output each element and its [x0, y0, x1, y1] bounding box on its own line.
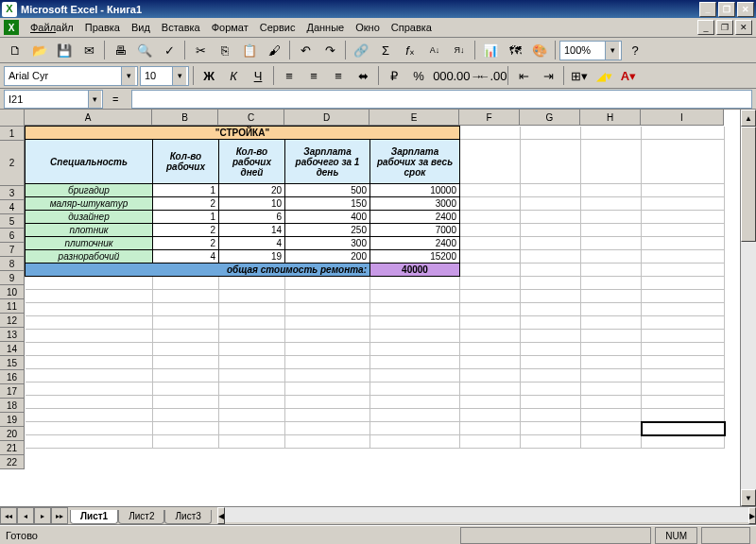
cell-I15[interactable] [642, 343, 725, 356]
column-header-D[interactable]: D [284, 110, 369, 126]
cell-G2[interactable] [521, 140, 581, 184]
font-name-combo[interactable]: Arial Cyr [4, 66, 138, 86]
cell-H22[interactable] [581, 435, 642, 449]
row-header-20[interactable]: 20 [0, 427, 25, 441]
cell-E7[interactable]: 2400 [370, 237, 460, 250]
cell-C21[interactable] [219, 422, 285, 435]
cell-C10[interactable] [219, 277, 285, 290]
mdi-close[interactable]: ✕ [735, 20, 752, 35]
cell-H10[interactable] [581, 277, 642, 290]
cell-C15[interactable] [219, 343, 285, 356]
align-right-button[interactable]: ≡ [327, 64, 350, 87]
tab-last-button[interactable]: ▸▸ [51, 507, 68, 524]
row-header-9[interactable]: 9 [0, 271, 25, 285]
scroll-down-icon[interactable]: ▼ [741, 489, 756, 506]
save-button[interactable]: 💾 [53, 39, 76, 61]
cell-G6[interactable] [521, 224, 581, 237]
cell-B11[interactable] [153, 290, 219, 303]
cell-D10[interactable] [285, 277, 370, 290]
cell-H6[interactable] [581, 224, 642, 237]
cell-A21[interactable] [26, 422, 153, 435]
cell-E17[interactable] [370, 369, 460, 382]
cell-C12[interactable] [219, 303, 285, 316]
font-size-combo[interactable]: 10 [140, 66, 189, 86]
row-header-1[interactable]: 1 [0, 127, 25, 141]
row-header-2[interactable]: 2 [0, 141, 25, 186]
borders-button[interactable]: ⊞▾ [568, 64, 591, 87]
cell-I18[interactable] [642, 382, 725, 396]
cell-F7[interactable] [460, 237, 521, 250]
cell-G10[interactable] [521, 277, 581, 290]
autosum-button[interactable]: Σ [374, 39, 397, 61]
tab-next-button[interactable]: ▸ [34, 507, 51, 524]
cell-F13[interactable] [460, 316, 521, 330]
minimize-button[interactable]: _ [699, 2, 716, 17]
cell-C3[interactable]: 20 [219, 184, 285, 197]
cell-H13[interactable] [581, 316, 642, 330]
copy-button[interactable]: ⎘ [214, 39, 236, 61]
column-header-G[interactable]: G [520, 110, 580, 126]
cell-H14[interactable] [581, 330, 642, 343]
align-left-button[interactable]: ≡ [278, 64, 301, 87]
cell-G21[interactable] [521, 422, 581, 435]
cell-A15[interactable] [26, 343, 153, 356]
menu-view[interactable]: Вид [131, 22, 150, 33]
preview-button[interactable]: 🔍 [133, 39, 156, 61]
cell-I5[interactable] [642, 211, 725, 224]
cell-C6[interactable]: 14 [219, 224, 285, 237]
column-header-C[interactable]: C [218, 110, 284, 126]
sheet-tab-Лист2[interactable]: Лист2 [118, 510, 164, 524]
row-header-3[interactable]: 3 [0, 186, 25, 200]
cell-F21[interactable] [460, 422, 521, 435]
cell-B4[interactable]: 2 [153, 197, 219, 211]
cell-A2[interactable]: Специальность [26, 140, 153, 184]
cell-I10[interactable] [642, 277, 725, 290]
cell-B12[interactable] [153, 303, 219, 316]
cell-E14[interactable] [370, 330, 460, 343]
bold-button[interactable]: Ж [198, 64, 220, 87]
cell-D16[interactable] [285, 356, 370, 369]
cell-B21[interactable] [153, 422, 219, 435]
cell-A8[interactable]: разнорабочий [26, 250, 153, 264]
inc-indent-button[interactable]: ⇥ [537, 64, 559, 87]
cell-D3[interactable]: 500 [285, 184, 370, 197]
cell-A4[interactable]: маляр-штукатур [26, 197, 153, 211]
cell-E3[interactable]: 10000 [370, 184, 460, 197]
cell-A16[interactable] [26, 356, 153, 369]
cell-D20[interactable] [285, 409, 370, 422]
scroll-up-icon[interactable]: ▲ [741, 110, 756, 127]
cell-F6[interactable] [460, 224, 521, 237]
cell-H20[interactable] [581, 409, 642, 422]
cell-H8[interactable] [581, 250, 642, 264]
cell-B7[interactable]: 2 [153, 237, 219, 250]
cell-F1[interactable] [460, 127, 521, 140]
cell-D13[interactable] [285, 316, 370, 330]
cell-B22[interactable] [153, 435, 219, 449]
cell-E6[interactable]: 7000 [370, 224, 460, 237]
cell-F22[interactable] [460, 435, 521, 449]
cell-E22[interactable] [370, 435, 460, 449]
cell-C8[interactable]: 19 [219, 250, 285, 264]
drawing-button[interactable]: 🎨 [528, 39, 551, 61]
column-header-F[interactable]: F [459, 110, 520, 126]
cell-D2[interactable]: Зарплата рабочего за 1 день [285, 140, 370, 184]
cell-A9[interactable]: общая стоимость ремонта: [26, 264, 370, 277]
cell-G9[interactable] [521, 264, 581, 277]
cell-A3[interactable]: бригадир [26, 184, 153, 197]
cell-C18[interactable] [219, 382, 285, 396]
sort-desc-button[interactable]: Я↓ [448, 39, 471, 61]
cell-D12[interactable] [285, 303, 370, 316]
cell-B19[interactable] [153, 396, 219, 409]
cell-H12[interactable] [581, 303, 642, 316]
cell-I9[interactable] [642, 264, 725, 277]
formula-input[interactable] [131, 90, 752, 109]
cell-H11[interactable] [581, 290, 642, 303]
redo-button[interactable]: ↷ [318, 39, 341, 61]
row-header-17[interactable]: 17 [0, 384, 25, 399]
cell-A10[interactable] [26, 277, 153, 290]
cell-F17[interactable] [460, 369, 521, 382]
cell-I21[interactable] [642, 422, 725, 435]
cell-C4[interactable]: 10 [219, 197, 285, 211]
cell-B2[interactable]: Кол-во рабочих [153, 140, 219, 184]
cell-C19[interactable] [219, 396, 285, 409]
